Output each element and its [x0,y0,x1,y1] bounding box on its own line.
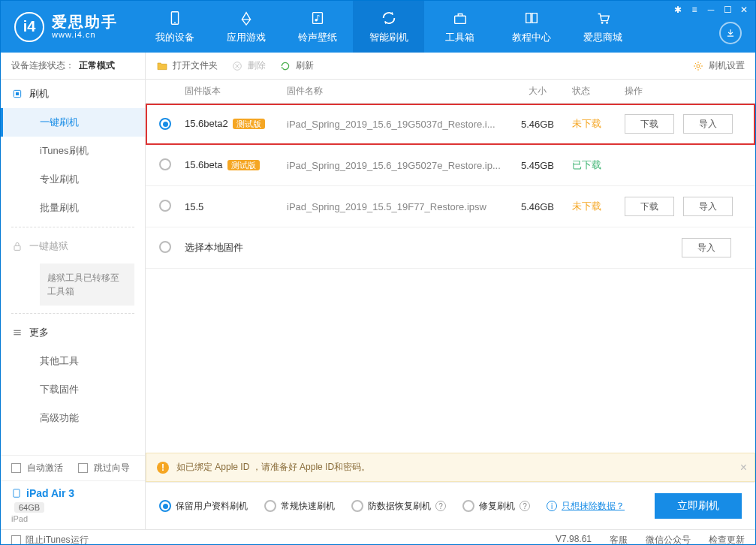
help-icon[interactable]: ? [520,501,530,511]
download-button[interactable]: 下载 [625,197,674,216]
sidebar-item-oneclick-flash[interactable]: 一键刷机 [1,108,145,137]
sidebar-item-batch-flash[interactable]: 批量刷机 [1,194,145,222]
sidebar-group-flash[interactable]: 刷机 [1,80,145,108]
flash-options-row: 保留用户资料刷机 常规快速刷机 防数据恢复刷机? 修复刷机? i只想抹除数据？ … [146,482,755,529]
auto-activate-row: 自动激活 跳过向导 [1,455,145,480]
wechat-link[interactable]: 微信公众号 [646,534,691,546]
table-header: 固件版本 固件名称 大小 状态 操作 [146,80,755,104]
nav-label: 应用游戏 [227,31,266,44]
minimize-button[interactable]: ─ [704,4,718,16]
option-radio[interactable] [462,500,474,512]
col-status: 状态 [565,85,625,98]
opt-normal-flash[interactable]: 常规快速刷机 [264,500,335,513]
sidebar-item-advanced[interactable]: 高级功能 [1,404,145,432]
window-controls: ✱ ≡ ─ ☐ ✕ [671,4,751,16]
nav-label: 教程中心 [512,31,551,44]
beta-badge: 测试版 [227,160,260,170]
jailbreak-notice: 越狱工具已转移至工具箱 [40,263,134,306]
delete-icon [231,60,243,72]
toolbar: 打开文件夹 删除 刷新 刷机设置 [146,53,755,80]
opt-repair-flash[interactable]: 修复刷机? [462,500,530,513]
nav-ringtone-wallpaper[interactable]: 铃声壁纸 [282,1,353,53]
row-radio[interactable] [159,158,171,170]
sidebar-item-download-firmware[interactable]: 下载固件 [1,375,145,404]
import-button[interactable]: 导入 [682,238,731,257]
row-radio[interactable] [159,200,171,212]
opt-keep-data[interactable]: 保留用户资料刷机 [159,500,248,513]
erase-data-link[interactable]: i只想抹除数据？ [547,500,625,513]
nav-label: 铃声壁纸 [298,31,337,44]
more-icon [11,327,23,339]
option-radio[interactable] [351,500,363,512]
status-value: 正常模式 [79,59,115,72]
import-button[interactable]: 导入 [683,114,733,134]
delete-button[interactable]: 删除 [231,59,266,72]
skip-guide-checkbox[interactable] [78,463,88,473]
download-manager-button[interactable] [719,22,742,44]
firmware-size: 5.45GB [511,160,565,171]
table-row-local[interactable]: 选择本地固件 导入 [146,227,755,269]
block-itunes-checkbox[interactable] [11,535,21,545]
toolbox-icon [452,10,468,26]
svg-rect-4 [454,16,465,23]
folder-icon [156,60,168,72]
sidebar-item-itunes-flash[interactable]: iTunes刷机 [1,137,145,165]
option-radio[interactable] [159,500,171,512]
beta-badge: 测试版 [233,119,265,129]
help-icon[interactable]: ? [435,501,446,511]
nav-tutorial[interactable]: 教程中心 [495,1,567,53]
nav-apps-games[interactable]: 应用游戏 [210,1,282,53]
logo-section: i4 爱思助手 www.i4.cn [1,12,131,42]
firmware-status: 未下载 [565,117,625,131]
device-info[interactable]: iPad Air 3 64GB iPad [1,480,145,529]
option-radio[interactable] [264,500,276,512]
warning-icon: ! [157,462,169,474]
music-icon [309,10,326,26]
close-button[interactable]: ✕ [737,4,751,16]
svg-point-5 [601,22,603,24]
open-folder-button[interactable]: 打开文件夹 [156,59,218,72]
table-row[interactable]: 15.5 iPad_Spring_2019_15.5_19F77_Restore… [146,186,755,227]
sidebar-group-more[interactable]: 更多 [1,318,145,347]
refresh-button[interactable]: 刷新 [279,59,314,72]
auto-activate-checkbox[interactable] [11,463,21,473]
firmware-version: 15.6beta [185,159,223,170]
svg-point-6 [606,22,608,24]
sidebar-item-pro-flash[interactable]: 专业刷机 [1,165,145,194]
row-radio[interactable] [159,241,171,253]
check-update-link[interactable]: 检查更新 [709,534,745,546]
opt-anti-recovery[interactable]: 防数据恢复刷机? [351,500,446,513]
nav-label: 爱思商城 [583,31,622,44]
nav-smart-flash[interactable]: 智能刷机 [353,1,424,53]
col-size: 大小 [511,85,565,98]
table-row[interactable]: 15.6beta测试版 iPad_Spring_2019_15.6_19G502… [146,145,755,186]
auto-activate-label: 自动激活 [27,462,63,474]
table-row[interactable]: 15.6beta2测试版 iPad_Spring_2019_15.6_19G50… [146,104,755,145]
firmware-name: iPad_Spring_2019_15.5_19F77_Restore.ipsw [287,201,511,212]
maximize-button[interactable]: ☐ [721,4,734,16]
svg-rect-8 [16,92,19,95]
sidebar: 设备连接状态： 正常模式 刷机 一键刷机 iTunes刷机 专业刷机 批量刷机 … [1,53,146,529]
apps-icon [238,10,255,26]
col-ops: 操作 [625,85,742,98]
refresh-icon [381,10,397,26]
download-button[interactable]: 下载 [625,114,674,134]
block-itunes-label: 阻止iTunes运行 [26,534,89,546]
row-radio[interactable] [159,118,171,130]
col-name: 固件名称 [287,85,511,98]
skin-button[interactable]: ✱ [671,4,685,16]
customer-service-link[interactable]: 客服 [610,534,628,546]
info-icon: i [547,501,557,511]
nav-toolbox[interactable]: 工具箱 [424,1,495,53]
warning-close-button[interactable]: × [740,461,747,474]
col-version: 固件版本 [185,85,287,98]
import-button[interactable]: 导入 [683,197,733,216]
nav-store[interactable]: 爱思商城 [567,1,638,53]
menu-button[interactable]: ≡ [688,4,701,16]
flash-now-button[interactable]: 立即刷机 [655,493,742,519]
sidebar-item-other-tools[interactable]: 其他工具 [1,347,145,375]
nav-my-device[interactable]: 我的设备 [139,1,210,53]
phone-icon [167,10,183,26]
firmware-version: 15.5 [185,201,203,212]
flash-settings-button[interactable]: 刷机设置 [692,59,745,72]
